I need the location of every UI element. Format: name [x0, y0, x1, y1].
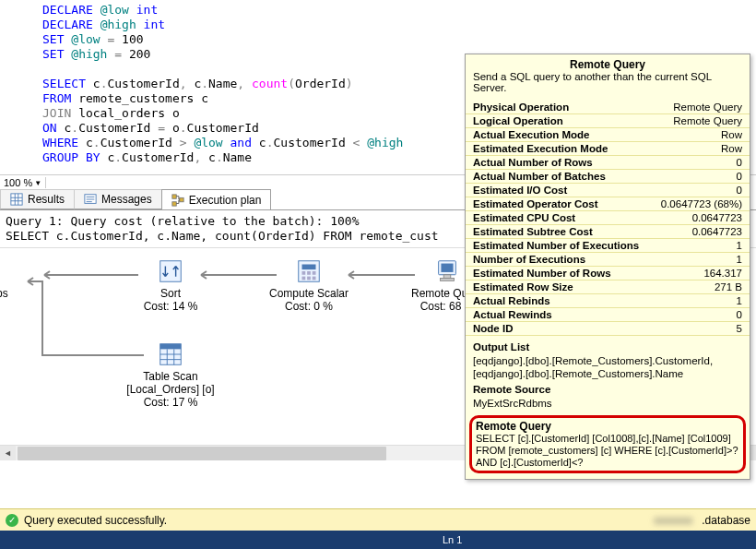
scroll-thumb[interactable] — [18, 447, 386, 460]
remote-query-header: Remote Query — [476, 420, 739, 433]
tooltip-property-row: Logical OperationRemote Query — [466, 114, 750, 128]
compute-scalar-icon — [295, 257, 323, 285]
tooltip-property-row: Node ID5 — [466, 322, 750, 336]
status-bar: ✓ Query executed successfully. xxxxxxx .… — [0, 508, 756, 531]
tooltip-property-row: Number of Executions1 — [466, 253, 750, 267]
plan-arrow — [24, 274, 144, 362]
tab-messages[interactable]: Messages — [74, 189, 162, 209]
svg-rect-17 — [302, 271, 306, 275]
plan-arrow — [341, 270, 415, 280]
tooltip-description: Send a SQL query to another than the cur… — [466, 71, 750, 101]
success-icon: ✓ — [6, 514, 18, 527]
messages-icon — [84, 193, 97, 206]
svg-rect-21 — [307, 277, 311, 280]
tooltip-property-row: Estimated CPU Cost0.0647723 — [466, 211, 750, 225]
svg-rect-0 — [11, 194, 22, 205]
plan-node-compute-scalar[interactable]: Compute ScalarCost: 0 % — [249, 257, 369, 313]
sort-icon — [157, 257, 184, 285]
remote-query-icon — [433, 257, 461, 285]
status-server: .database — [702, 514, 750, 527]
status-message: Query executed successfully. — [24, 514, 167, 527]
tooltip-property-row: Estimated Execution ModeRow — [466, 142, 750, 156]
plan-arrow — [194, 270, 277, 280]
execution-plan-icon — [171, 194, 184, 207]
svg-rect-24 — [441, 264, 453, 272]
svg-rect-20 — [302, 277, 306, 280]
remote-source-header: Remote Source — [466, 384, 750, 397]
svg-rect-14 — [160, 261, 182, 282]
editor-footer: Ln 1 — [0, 531, 756, 549]
tooltip-property-row: Estimated Operator Cost0.0647723 (68%) — [466, 197, 750, 211]
remote-query-text: SELECT [c].[CustomerId] [Col1008],[c].[N… — [476, 433, 739, 469]
tooltip-property-row: Estimated Subtree Cost0.0647723 — [466, 225, 750, 239]
tooltip-property-row: Physical OperationRemote Query — [466, 101, 750, 114]
svg-rect-9 — [172, 194, 176, 197]
svg-rect-22 — [313, 277, 316, 280]
grid-icon — [10, 193, 23, 206]
cursor-position: Ln 1 — [443, 534, 462, 545]
tab-execution-plan[interactable]: Execution plan — [161, 189, 272, 209]
chevron-down-icon: ▼ — [34, 179, 41, 187]
tooltip-property-row: Actual Rewinds0 — [466, 308, 750, 322]
svg-rect-16 — [302, 265, 316, 270]
tooltip-property-row: Actual Execution ModeRow — [466, 128, 750, 142]
tooltip-title: Remote Query — [466, 54, 750, 71]
remote-query-highlight: Remote Query SELECT [c].[CustomerId] [Co… — [469, 415, 746, 473]
svg-rect-10 — [172, 201, 176, 205]
svg-rect-25 — [443, 275, 451, 279]
svg-rect-28 — [160, 344, 182, 350]
svg-rect-11 — [179, 197, 183, 201]
tooltip-property-row: Estimated Number of Rows164.317 — [466, 267, 750, 280]
remote-source: MyExtSrcRdbms — [466, 397, 750, 413]
svg-rect-26 — [441, 279, 455, 281]
output-list: [eqdjango].[dbo].[Remote_Customers].Cust… — [466, 354, 750, 384]
svg-rect-19 — [313, 271, 316, 275]
server-name-blurred: xxxxxxx — [654, 514, 692, 527]
tooltip-property-row: Actual Number of Batches0 — [466, 170, 750, 184]
tab-results[interactable]: Results — [0, 189, 75, 209]
output-list-header: Output List — [466, 336, 750, 354]
tooltip-property-row: Actual Rebinds1 — [466, 294, 750, 308]
tooltip-properties: Physical OperationRemote QueryLogical Op… — [466, 101, 750, 336]
tooltip-property-row: Estimated I/O Cost0 — [466, 184, 750, 197]
operator-tooltip: Remote Query Send a SQL query to another… — [465, 54, 750, 480]
tooltip-property-row: Actual Number of Rows0 — [466, 156, 750, 170]
svg-rect-18 — [307, 271, 311, 275]
table-scan-icon — [157, 340, 184, 368]
tooltip-property-row: Estimated Number of Executions1 — [466, 239, 750, 253]
scroll-left-button[interactable]: ◄ — [0, 446, 16, 461]
tooltip-property-row: Estimated Row Size271 B — [466, 280, 750, 294]
